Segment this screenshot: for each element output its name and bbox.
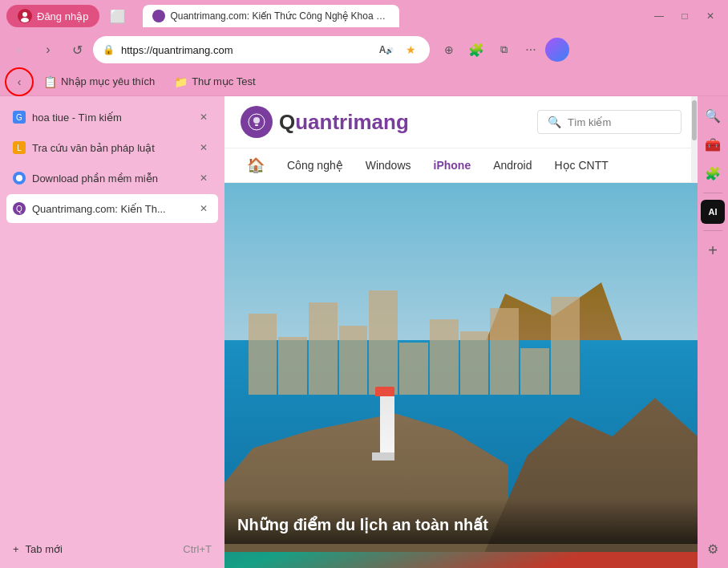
import-favorites-label: Nhập mục yêu thích xyxy=(61,75,155,87)
site-search[interactable]: 🔍 xyxy=(537,110,681,134)
lighthouse-top xyxy=(375,387,394,396)
lighthouse-base xyxy=(372,452,394,460)
sidebar-add-button[interactable]: + xyxy=(700,237,726,263)
navbar-right: ⊕ 🧩 ⧉ ··· xyxy=(436,37,569,63)
favorite-button[interactable]: ★ xyxy=(401,40,420,59)
sidebar-search-button[interactable]: 🔍 xyxy=(700,103,726,128)
search-input[interactable] xyxy=(568,116,671,128)
test-folder-label: Thư mục Test xyxy=(192,75,255,87)
nav-iphone[interactable]: iPhone xyxy=(424,151,481,180)
tab-list-icon[interactable]: ⬜ xyxy=(106,4,130,28)
site-logo: Quantrimang xyxy=(241,106,409,138)
building xyxy=(430,319,459,395)
nav-hoc-cntt[interactable]: Học CNTT xyxy=(544,151,617,180)
login-button[interactable]: Đăng nhập xyxy=(6,5,99,27)
building xyxy=(369,290,398,395)
sidebar-extensions-button[interactable]: 🧩 xyxy=(700,160,726,186)
sidebar-toggle-button[interactable]: ⧉ xyxy=(491,37,516,63)
close-button[interactable]: ✕ xyxy=(699,8,722,24)
bookmark-import-favorites[interactable]: 📋 Nhập mục yêu thích xyxy=(35,72,163,91)
tab-label: Download phần mềm miễn xyxy=(32,172,189,185)
new-tab-label: Tab mới xyxy=(26,543,63,555)
tab-label: Quantrimang.com: Kiến Th... xyxy=(32,203,189,215)
bookmark-test-folder[interactable]: 📁 Thư mục Test xyxy=(166,72,263,91)
collapse-tabs-button[interactable]: ‹ xyxy=(6,71,32,93)
sidebar-divider xyxy=(703,193,722,193)
read-aloud-button[interactable]: A🔊 xyxy=(377,40,396,59)
add-icon: + xyxy=(708,241,718,260)
address-icons: A🔊 ★ xyxy=(377,40,420,59)
tab-favicon-quantrimang: Q xyxy=(13,202,26,215)
more-button[interactable]: ··· xyxy=(518,37,544,63)
sidebar-ai-button[interactable]: AI xyxy=(701,200,725,224)
back-icon: ‹ xyxy=(17,43,21,57)
settings-button[interactable]: ⚙ xyxy=(700,536,726,562)
city-buildings xyxy=(249,279,580,395)
login-label: Đăng nhập xyxy=(37,10,88,22)
address-bar[interactable]: 🔒 https://quantrimang.com A🔊 ★ xyxy=(93,36,430,63)
address-text: https://quantrimang.com xyxy=(121,44,370,56)
profile-button[interactable] xyxy=(545,38,569,62)
nav-cong-nghe[interactable]: Công nghệ xyxy=(277,151,353,180)
search-icon: 🔍 xyxy=(705,108,721,124)
hero-section: Những điểm du lịch an toàn nhất ◀ ▶ xyxy=(224,183,698,568)
titlebar: Đăng nhập ⬜ Quantrimang.com: Kiến Thức C… xyxy=(0,0,728,32)
sidebar-tools-button[interactable]: 🧰 xyxy=(700,132,726,157)
active-tab[interactable]: Quantrimang.com: Kiến Thức Công Nghệ Kho… xyxy=(143,5,399,27)
tab-close-button[interactable]: ✕ xyxy=(196,109,212,125)
minimize-button[interactable]: — xyxy=(648,8,670,24)
tab-item-active[interactable]: Q Quantrimang.com: Kiến Th... ✕ xyxy=(6,194,218,223)
building xyxy=(490,308,519,395)
svg-point-6 xyxy=(253,117,260,124)
tools-icon: 🧰 xyxy=(705,137,721,152)
site-header: Quantrimang 🔍 xyxy=(224,96,698,148)
building xyxy=(309,302,338,395)
lock-icon: 🔒 xyxy=(103,44,115,55)
new-tab-button[interactable]: + Tab mới Ctrl+T xyxy=(0,537,224,562)
tab-close-button[interactable]: ✕ xyxy=(196,201,212,217)
collection-icon: ⊕ xyxy=(444,43,454,56)
forward-icon: › xyxy=(46,43,50,57)
tab-title: Quantrimang.com: Kiến Thức Công Nghệ Kho… xyxy=(170,10,390,22)
extensions-button[interactable]: 🧩 xyxy=(463,37,489,63)
tab-favicon-law: L xyxy=(13,141,26,154)
building xyxy=(278,337,307,395)
building xyxy=(460,331,489,395)
tab-item[interactable]: G hoa tiue - Tìm kiếm ✕ xyxy=(6,103,218,132)
sidebar-icon: ⧉ xyxy=(500,43,508,56)
tab-close-button[interactable]: ✕ xyxy=(196,170,212,186)
extensions-icon: 🧩 xyxy=(705,166,721,181)
site-logo-text: Quantrimang xyxy=(279,110,409,135)
hero-caption: Những điểm du lịch an toàn nhất xyxy=(224,499,698,544)
login-avatar-icon xyxy=(18,9,32,23)
building xyxy=(551,297,580,395)
refresh-button[interactable]: ↺ xyxy=(64,37,90,63)
tab-panel: G hoa tiue - Tìm kiếm ✕ L Tra cứu văn bả… xyxy=(0,96,224,568)
lighthouse xyxy=(376,387,398,460)
bookmarks-bar: ‹ 📋 Nhập mục yêu thích 📁 Thư mục Test xyxy=(0,67,728,96)
sidebar-divider-2 xyxy=(703,230,722,231)
maximize-button[interactable]: □ xyxy=(673,8,696,24)
building xyxy=(249,314,277,395)
tab-item[interactable]: Download phần mềm miễn ✕ xyxy=(6,164,218,193)
tab-item[interactable]: L Tra cứu văn bản pháp luật ✕ xyxy=(6,133,218,162)
nav-home[interactable]: 🏠 xyxy=(237,148,274,182)
svg-point-2 xyxy=(21,18,29,22)
plus-icon: + xyxy=(13,543,19,555)
tab-favicon-search: G xyxy=(13,111,26,124)
test-folder-icon: 📁 xyxy=(174,75,188,88)
collection-button[interactable]: ⊕ xyxy=(436,37,462,63)
chevron-left-icon: ‹ xyxy=(18,75,22,88)
nav-windows[interactable]: Windows xyxy=(356,151,421,180)
tab-label: Tra cứu văn bản pháp luật xyxy=(32,142,189,154)
nav-android[interactable]: Android xyxy=(483,151,541,180)
sidebar-bottom: ⚙ xyxy=(700,536,726,562)
forward-button[interactable]: › xyxy=(35,37,61,63)
hero-image: Những điểm du lịch an toàn nhất xyxy=(224,183,698,568)
tab-close-button[interactable]: ✕ xyxy=(196,140,212,156)
scrollbar-thumb[interactable] xyxy=(692,100,697,140)
svg-point-1 xyxy=(22,12,27,17)
svg-rect-7 xyxy=(255,124,258,126)
new-tab-shortcut: Ctrl+T xyxy=(183,543,212,555)
back-button[interactable]: ‹ xyxy=(6,37,32,63)
